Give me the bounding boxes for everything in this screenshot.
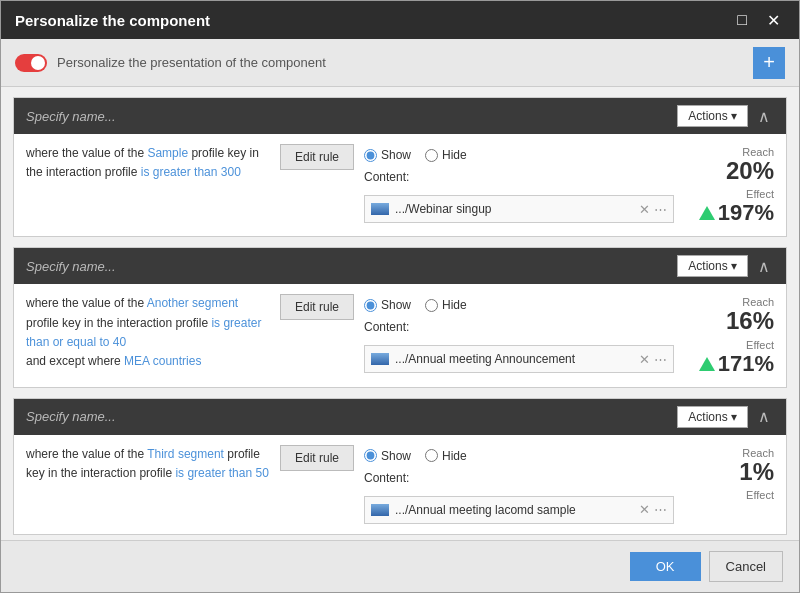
toolbar-description: Personalize the presentation of the comp… — [57, 55, 326, 70]
rule-header-3: Specify name... Actions ▾ ∧ — [14, 399, 786, 435]
rule-controls-3: Show Hide Content: .../Annual meeting la… — [364, 445, 674, 524]
reach-value-1: 20% — [726, 158, 774, 184]
content-icon-2 — [371, 353, 389, 365]
show-radio-label-3[interactable]: Show — [364, 449, 411, 463]
hide-radio-label-2[interactable]: Hide — [425, 298, 467, 312]
except-link-2[interactable]: MEA countries — [124, 354, 201, 368]
title-bar: Personalize the component □ ✕ — [1, 1, 799, 39]
rule-stats-2: Reach 16% Effect 171% — [684, 294, 774, 376]
rule-condition-2: where the value of the Another segment p… — [26, 294, 270, 376]
reach-value-3: 1% — [739, 459, 774, 485]
edit-rule-button-1[interactable]: Edit rule — [280, 144, 354, 170]
hide-radio-1[interactable] — [425, 149, 438, 162]
cancel-button[interactable]: Cancel — [709, 551, 783, 582]
hide-radio-label-3[interactable]: Hide — [425, 449, 467, 463]
content-more-3[interactable]: ⋯ — [654, 502, 667, 517]
content-value-2: .../Annual meeting Announcement — [395, 352, 633, 366]
content-field-1: .../Webinar singup ✕ ⋯ — [364, 195, 674, 223]
rule-card-2: Specify name... Actions ▾ ∧ where the va… — [13, 247, 787, 387]
rule-controls-row-3: Edit rule Show Hide Conte — [280, 445, 674, 524]
content-icon-3 — [371, 504, 389, 516]
collapse-button-3[interactable]: ∧ — [754, 407, 774, 426]
rule-name-2: Specify name... — [26, 259, 116, 274]
radio-group-3: Show Hide — [364, 449, 674, 463]
rule-condition-1: where the value of the Sample profile ke… — [26, 144, 270, 226]
rule-header-right-2: Actions ▾ ∧ — [677, 255, 774, 277]
hide-radio-label-1[interactable]: Hide — [425, 148, 467, 162]
toolbar-left: Personalize the presentation of the comp… — [15, 54, 326, 72]
effect-value-2: 171% — [718, 351, 774, 377]
rule-header-right-3: Actions ▾ ∧ — [677, 406, 774, 428]
effect-label-3: Effect — [746, 489, 774, 501]
rule-controls-2: Show Hide Content: .../Annual meeting An… — [364, 294, 674, 373]
content-area: Specify name... Actions ▾ ∧ where the va… — [1, 87, 799, 540]
show-radio-2[interactable] — [364, 299, 377, 312]
rule-controls-row-1: Edit rule Show Hide Conte — [280, 144, 674, 226]
show-radio-label-1[interactable]: Show — [364, 148, 411, 162]
show-radio-label-2[interactable]: Show — [364, 298, 411, 312]
rule-header-right-1: Actions ▾ ∧ — [677, 105, 774, 127]
actions-button-2[interactable]: Actions ▾ — [677, 255, 748, 277]
collapse-button-2[interactable]: ∧ — [754, 257, 774, 276]
title-bar-right: □ ✕ — [732, 9, 785, 32]
effect-label-2: Effect — [746, 339, 774, 351]
show-radio-3[interactable] — [364, 449, 377, 462]
content-clear-2[interactable]: ✕ — [639, 352, 650, 367]
reach-value-2: 16% — [726, 308, 774, 334]
condition-link-3[interactable]: is greater than 50 — [175, 466, 268, 480]
content-value-1: .../Webinar singup — [395, 202, 633, 216]
hide-radio-2[interactable] — [425, 299, 438, 312]
close-button[interactable]: ✕ — [762, 9, 785, 32]
effect-arrow-2 — [699, 357, 715, 371]
ok-button[interactable]: OK — [630, 552, 701, 581]
show-radio-1[interactable] — [364, 149, 377, 162]
content-more-1[interactable]: ⋯ — [654, 202, 667, 217]
rule-card-3: Specify name... Actions ▾ ∧ where the va… — [13, 398, 787, 535]
rule-stats-3: Reach 1% Effect — [684, 445, 774, 524]
effect-row-1: 197% — [699, 200, 774, 226]
condition-link-1[interactable]: is greater than 300 — [141, 165, 241, 179]
actions-button-1[interactable]: Actions ▾ — [677, 105, 748, 127]
segment-link-1[interactable]: Sample — [147, 146, 188, 160]
content-more-2[interactable]: ⋯ — [654, 352, 667, 367]
content-label-3: Content: — [364, 471, 674, 485]
reach-label-3: Reach — [742, 447, 774, 459]
rule-card-1: Specify name... Actions ▾ ∧ where the va… — [13, 97, 787, 237]
effect-arrow-1 — [699, 206, 715, 220]
rule-controls-1: Show Hide Content: .../Webinar singup ✕ — [364, 144, 674, 223]
effect-value-1: 197% — [718, 200, 774, 226]
rule-condition-3: where the value of the Third segment pro… — [26, 445, 270, 524]
edit-rule-button-3[interactable]: Edit rule — [280, 445, 354, 471]
rule-header-1: Specify name... Actions ▾ ∧ — [14, 98, 786, 134]
footer: OK Cancel — [1, 540, 799, 592]
rule-name-3: Specify name... — [26, 409, 116, 424]
segment-link-3[interactable]: Third segment — [147, 447, 224, 461]
content-field-2: .../Annual meeting Announcement ✕ ⋯ — [364, 345, 674, 373]
collapse-button-1[interactable]: ∧ — [754, 107, 774, 126]
hide-radio-3[interactable] — [425, 449, 438, 462]
add-rule-button[interactable]: + — [753, 47, 785, 79]
actions-button-3[interactable]: Actions ▾ — [677, 406, 748, 428]
content-clear-1[interactable]: ✕ — [639, 202, 650, 217]
content-value-3: .../Annual meeting lacomd sample — [395, 503, 633, 517]
dialog: Personalize the component □ ✕ Personaliz… — [0, 0, 800, 593]
rule-body-2: where the value of the Another segment p… — [14, 284, 786, 386]
edit-rule-button-2[interactable]: Edit rule — [280, 294, 354, 320]
content-label-1: Content: — [364, 170, 674, 184]
toggle-knob — [31, 56, 45, 70]
content-field-3: .../Annual meeting lacomd sample ✕ ⋯ — [364, 496, 674, 524]
dialog-title: Personalize the component — [15, 12, 210, 29]
segment-link-2[interactable]: Another segment — [147, 296, 238, 310]
content-icon-1 — [371, 203, 389, 215]
rule-header-2: Specify name... Actions ▾ ∧ — [14, 248, 786, 284]
radio-group-2: Show Hide — [364, 298, 674, 312]
radio-group-1: Show Hide — [364, 148, 674, 162]
rule-name-1: Specify name... — [26, 109, 116, 124]
content-clear-3[interactable]: ✕ — [639, 502, 650, 517]
maximize-button[interactable]: □ — [732, 9, 752, 31]
rule-controls-row-2: Edit rule Show Hide Conte — [280, 294, 674, 376]
content-label-2: Content: — [364, 320, 674, 334]
effect-row-2: 171% — [699, 351, 774, 377]
title-bar-left: Personalize the component — [15, 12, 210, 29]
toggle-icon[interactable] — [15, 54, 47, 72]
